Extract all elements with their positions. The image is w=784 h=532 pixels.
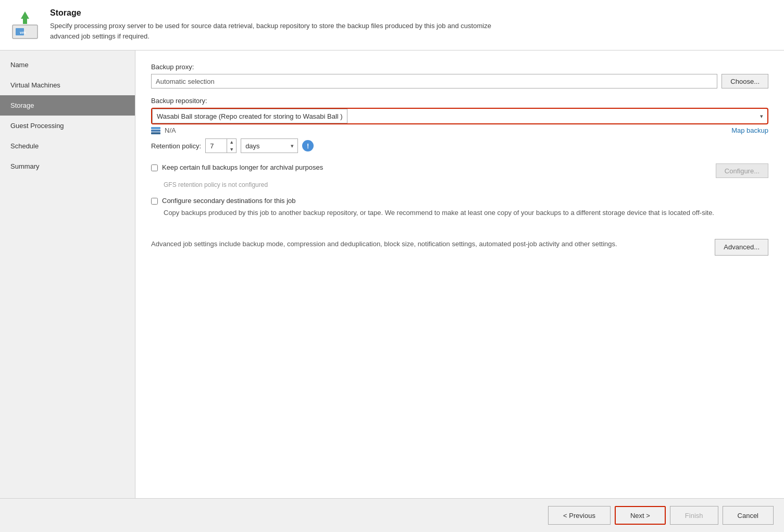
page-description: Specify processing proxy server to be us… bbox=[50, 21, 519, 41]
app-icon: vm bbox=[8, 8, 42, 42]
advanced-text: Advanced job settings include backup mod… bbox=[151, 239, 704, 249]
spinner-down-button[interactable]: ▼ bbox=[227, 146, 236, 153]
backup-repository-label: Backup repository: bbox=[151, 97, 768, 105]
backup-repository-wrapper: Wasabi Ball storage (Repo created for st… bbox=[151, 108, 768, 124]
secondary-destinations-label[interactable]: Configure secondary destinations for thi… bbox=[162, 197, 296, 205]
spinner-arrows: ▲ ▼ bbox=[227, 138, 236, 153]
keep-backups-row: Keep certain full backups longer for arc… bbox=[151, 163, 768, 178]
keep-backups-section: Keep certain full backups longer for arc… bbox=[151, 163, 768, 188]
stack-icon bbox=[151, 127, 160, 134]
retention-unit-select[interactable]: days weeks months bbox=[241, 138, 298, 153]
retention-value: 7 bbox=[206, 142, 227, 150]
secondary-destinations-checkbox[interactable] bbox=[151, 198, 158, 205]
sidebar-item-summary[interactable]: Summary bbox=[0, 156, 135, 176]
header-text: Storage Specify processing proxy server … bbox=[50, 8, 519, 41]
keep-backups-label[interactable]: Keep certain full backups longer for arc… bbox=[162, 163, 323, 171]
backup-proxy-label: Backup proxy: bbox=[151, 63, 768, 71]
content-area: Backup proxy: Choose... Backup repositor… bbox=[135, 50, 784, 498]
footer: < Previous Next > Finish Cancel bbox=[0, 498, 784, 532]
advanced-button[interactable]: Advanced... bbox=[715, 239, 768, 256]
map-backup-link[interactable]: Map backup bbox=[731, 126, 768, 134]
gfs-not-configured-text: GFS retention policy is not configured bbox=[164, 181, 768, 188]
svg-text:vm: vm bbox=[20, 30, 26, 35]
na-text: N/A bbox=[165, 126, 176, 134]
unit-dropdown-wrapper: days weeks months ▾ bbox=[241, 138, 298, 153]
configure-button: Configure... bbox=[716, 163, 768, 178]
na-row: N/A Map backup bbox=[151, 126, 768, 134]
secondary-destinations-desc: Copy backups produced by this job to ano… bbox=[164, 208, 768, 218]
retention-row: Retention policy: 7 ▲ ▼ days weeks month… bbox=[151, 138, 768, 153]
keep-backups-checkbox[interactable] bbox=[151, 164, 158, 171]
choose-proxy-button[interactable]: Choose... bbox=[721, 74, 768, 88]
retention-label: Retention policy: bbox=[151, 142, 201, 150]
retention-spinner[interactable]: 7 ▲ ▼ bbox=[205, 138, 237, 153]
spinner-up-button[interactable]: ▲ bbox=[227, 138, 236, 146]
backup-proxy-row: Choose... bbox=[151, 74, 768, 88]
finish-button[interactable]: Finish bbox=[670, 506, 718, 525]
advanced-section: Advanced job settings include backup mod… bbox=[151, 239, 768, 256]
info-icon[interactable]: ! bbox=[302, 140, 314, 151]
svg-marker-3 bbox=[21, 11, 29, 24]
backup-repository-row: Wasabi Ball storage (Repo created for st… bbox=[151, 108, 768, 124]
page-title: Storage bbox=[50, 8, 519, 18]
sidebar-item-virtual-machines[interactable]: Virtual Machines bbox=[0, 75, 135, 95]
sidebar: Name Virtual Machines Storage Guest Proc… bbox=[0, 50, 135, 498]
backup-proxy-input[interactable] bbox=[151, 74, 717, 88]
dropdown-arrow-icon: ▾ bbox=[760, 113, 763, 120]
next-button[interactable]: Next > bbox=[615, 506, 666, 525]
sidebar-item-guest-processing[interactable]: Guest Processing bbox=[0, 116, 135, 136]
keep-backups-checkbox-row: Keep certain full backups longer for arc… bbox=[151, 163, 712, 171]
backup-repository-select[interactable]: Wasabi Ball storage (Repo created for st… bbox=[152, 109, 347, 123]
secondary-destinations-checkbox-row: Configure secondary destinations for thi… bbox=[151, 197, 768, 205]
main-layout: Name Virtual Machines Storage Guest Proc… bbox=[0, 50, 784, 498]
sidebar-item-schedule[interactable]: Schedule bbox=[0, 136, 135, 156]
header: vm Storage Specify processing proxy serv… bbox=[0, 0, 784, 50]
sidebar-item-name[interactable]: Name bbox=[0, 55, 135, 75]
sidebar-item-storage[interactable]: Storage bbox=[0, 95, 135, 116]
secondary-destinations-section: Configure secondary destinations for thi… bbox=[151, 197, 768, 218]
cancel-button[interactable]: Cancel bbox=[723, 506, 774, 525]
previous-button[interactable]: < Previous bbox=[548, 506, 611, 525]
